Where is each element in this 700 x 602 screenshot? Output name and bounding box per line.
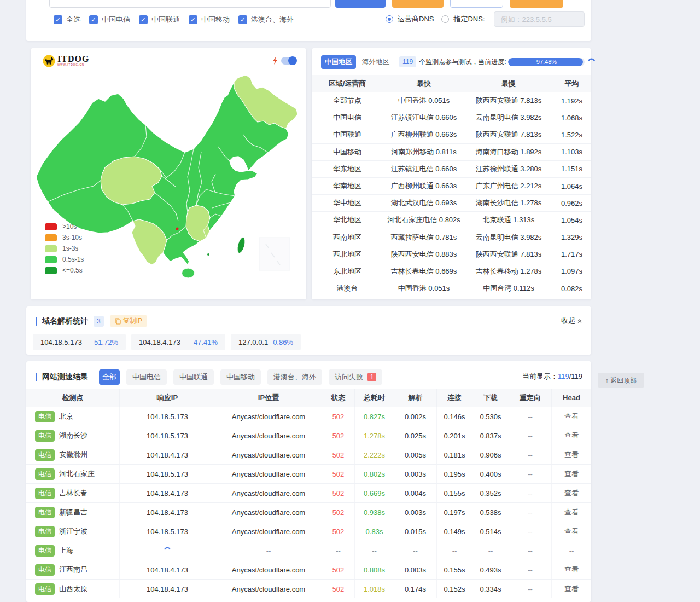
filter-button[interactable]: 中国联通 xyxy=(173,369,214,385)
connect-time-cell: 0.155s xyxy=(436,560,472,579)
filter-button[interactable]: 访问失败1 xyxy=(329,369,382,385)
itdog-logo-url: WWW.ITDOG.CN xyxy=(57,63,84,66)
checkbox-item: ✓中国电信 xyxy=(89,15,130,25)
region-table-row: 中国电信江苏镇江电信 0.660s云南昆明电信 3.982s1.068s xyxy=(312,109,591,126)
redirect-cell: -- xyxy=(509,426,551,445)
region-table-row: 华东地区江苏镇江电信 0.660s江苏徐州联通 3.280s1.151s xyxy=(312,160,591,177)
loading-spinner-icon xyxy=(587,58,596,66)
region-table-header: 区域/运营商最快最慢平均 xyxy=(312,75,591,92)
status-cell: 502 xyxy=(322,503,354,522)
download-time-cell: 0.352s xyxy=(472,484,509,502)
action-button-primary[interactable] xyxy=(335,0,386,8)
average-value: 0.962s xyxy=(552,199,591,207)
slowest-value: 吉林长春移动 1.278s xyxy=(465,267,552,276)
checkbox-label: 港澳台、海外 xyxy=(251,15,294,25)
checkbox-checked[interactable]: ✓ xyxy=(238,15,247,24)
status-cell: 502 xyxy=(322,580,354,598)
dns-time-cell: 0.025s xyxy=(394,426,436,445)
isp-badge: 电信 xyxy=(35,488,55,499)
region-col-header: 最慢 xyxy=(465,79,552,89)
checkbox-label: 中国移动 xyxy=(201,15,230,25)
head-view-link[interactable]: 查看 xyxy=(551,407,591,426)
average-value: 1.097s xyxy=(552,267,591,275)
radio-carrier-dns[interactable] xyxy=(386,15,393,23)
slowest-value: 云南昆明电信 3.982s xyxy=(465,233,552,242)
action-button-secondary-1[interactable] xyxy=(392,0,444,8)
isp-badge: 电信 xyxy=(35,449,55,461)
node-cell: 电信湖南长沙 xyxy=(26,426,119,445)
dns-time-cell: -- xyxy=(394,541,436,560)
download-time-cell: 0.530s xyxy=(472,407,509,426)
isp-badge: 电信 xyxy=(35,545,55,557)
fastest-value: 河北石家庄电信 0.802s xyxy=(383,215,465,225)
results-col-header: 总耗时 xyxy=(354,389,394,407)
isp-badge: 电信 xyxy=(35,430,55,442)
total-time-cell: 0.938s xyxy=(354,503,394,522)
head-view-link[interactable]: 查看 xyxy=(551,465,591,483)
radio-custom-dns[interactable] xyxy=(441,15,449,23)
slowest-value: 江苏徐州联通 3.280s xyxy=(465,164,552,174)
response-ip-cell: 104.18.4.173 xyxy=(119,560,215,579)
tab-overseas-region[interactable]: 海外地区 xyxy=(362,57,389,67)
head-view-link[interactable]: 查看 xyxy=(551,426,591,445)
filter-button[interactable]: 中国电信 xyxy=(126,369,167,385)
results-table-row: 电信浙江宁波104.18.5.173Anycast/cloudflare.com… xyxy=(26,522,591,541)
action-button-secondary-2[interactable] xyxy=(510,0,563,8)
back-to-top-button[interactable]: ↑ 返回顶部 xyxy=(598,373,644,388)
connect-time-cell: 0.195s xyxy=(436,465,472,483)
checkbox-checked[interactable]: ✓ xyxy=(139,15,148,24)
fail-count-badge: 1 xyxy=(368,373,376,381)
dns-time-cell: 0.003s xyxy=(394,503,436,522)
copy-ip-button[interactable]: 复制IP xyxy=(110,315,147,327)
target-url-input[interactable] xyxy=(49,0,331,8)
connect-time-cell: -- xyxy=(436,541,472,560)
head-view-link[interactable]: 查看 xyxy=(551,560,591,579)
filter-button[interactable]: 中国移动 xyxy=(220,369,261,385)
head-view-link[interactable]: 查看 xyxy=(551,445,591,464)
response-ip-cell: 104.18.4.173 xyxy=(119,445,215,464)
region-name: 西南地区 xyxy=(312,233,383,242)
connect-time-cell: 0.146s xyxy=(436,407,472,426)
fastest-value: 广西柳州联通 0.663s xyxy=(383,181,465,191)
dns-time-cell: 0.004s xyxy=(394,484,436,502)
slowest-value: 陕西西安联通 7.813s xyxy=(465,130,552,140)
head-view-link[interactable]: 查看 xyxy=(551,522,591,541)
legend-label: 0.5s-1s xyxy=(62,256,84,263)
radio-custom-dns-label: 指定DNS: xyxy=(453,14,485,24)
average-value: 1.151s xyxy=(552,165,591,173)
head-view-link[interactable]: 查看 xyxy=(551,484,591,502)
legend-label: 3s-10s xyxy=(62,234,82,241)
head-view-link[interactable]: 查看 xyxy=(551,503,591,522)
response-ip-cell xyxy=(119,541,215,560)
total-time-cell: 0.827s xyxy=(354,407,394,426)
fastest-value: 吉林长春电信 0.669s xyxy=(383,267,465,276)
legend-label: >10s xyxy=(62,223,77,230)
status-cell: 502 xyxy=(322,445,354,464)
dns-ip-percent: 0.86% xyxy=(273,338,293,346)
action-button-outline[interactable] xyxy=(450,0,503,8)
slowest-value: 湖南长沙电信 1.278s xyxy=(465,198,552,208)
region-table-row: 西北地区陕西西安电信 0.883s陕西西安联通 7.813s1.717s xyxy=(312,246,591,263)
isp-badge: 电信 xyxy=(35,526,55,537)
collapse-button[interactable]: 收起 xyxy=(561,316,582,326)
fastest-value: 中国香港 0.051s xyxy=(383,96,465,106)
progress-bar: 97.48% xyxy=(508,58,585,66)
connect-time-cell: 0.155s xyxy=(436,484,472,502)
filter-button[interactable]: 港澳台、海外 xyxy=(267,369,322,385)
map-toggle[interactable] xyxy=(281,57,296,65)
total-time-cell: 0.83s xyxy=(354,522,394,541)
checkbox-checked[interactable]: ✓ xyxy=(89,15,98,24)
slowest-value: 陕西西安联通 7.813s xyxy=(465,96,552,106)
results-table-row: 电信安徽滁州104.18.4.173Anycast/cloudflare.com… xyxy=(26,445,591,464)
custom-dns-input[interactable] xyxy=(494,11,585,27)
head-view-link[interactable]: 查看 xyxy=(551,580,591,598)
checkbox-item: ✓中国移动 xyxy=(189,15,230,25)
response-ip-cell: 104.18.4.173 xyxy=(119,503,215,522)
tab-china-region[interactable]: 中国地区 xyxy=(321,55,356,69)
average-value: 1.064s xyxy=(552,182,591,190)
checkbox-checked[interactable]: ✓ xyxy=(54,15,62,24)
checkbox-item: ✓中国联通 xyxy=(139,15,180,25)
filter-button[interactable]: 全部 xyxy=(99,369,120,385)
redirect-cell: -- xyxy=(509,541,551,560)
checkbox-checked[interactable]: ✓ xyxy=(189,15,197,24)
